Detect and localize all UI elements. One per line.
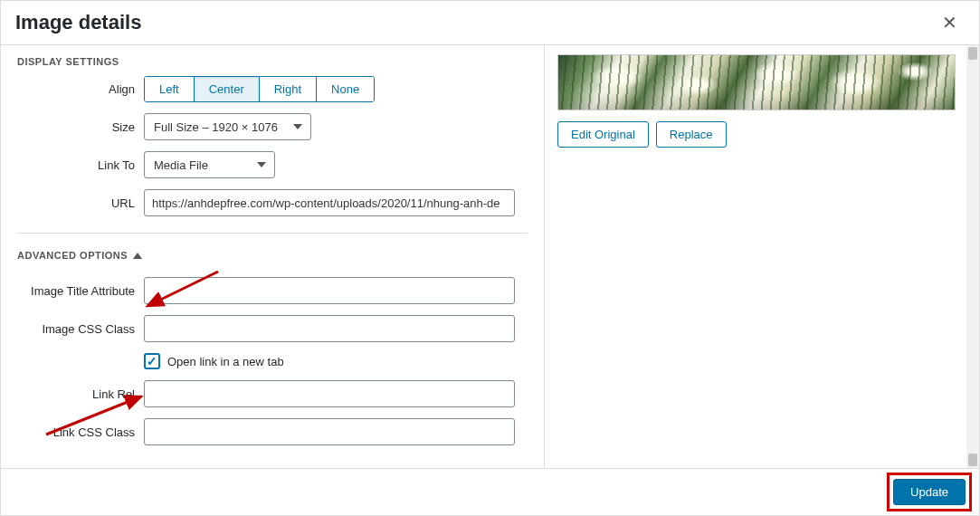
align-label: Align bbox=[17, 82, 144, 96]
align-left-button[interactable]: Left bbox=[145, 77, 195, 101]
title-attr-label: Image Title Attribute bbox=[17, 284, 144, 298]
link-rel-row: Link Rel bbox=[17, 380, 528, 407]
edit-original-button[interactable]: Edit Original bbox=[557, 121, 649, 148]
update-button[interactable]: Update bbox=[893, 479, 966, 505]
chevron-up-icon bbox=[133, 253, 142, 259]
modal-title: Image details bbox=[15, 11, 141, 34]
css-class-row: Image CSS Class bbox=[17, 315, 528, 342]
title-attr-row: Image Title Attribute bbox=[17, 277, 528, 304]
url-label: URL bbox=[17, 196, 144, 210]
modal-body: DISPLAY SETTINGS Align Left Center Right… bbox=[1, 45, 979, 468]
scroll-up-icon[interactable] bbox=[968, 47, 977, 60]
align-right-button[interactable]: Right bbox=[260, 77, 317, 101]
link-to-label: Link To bbox=[17, 158, 144, 172]
open-new-tab-row: Open link in a new tab bbox=[17, 353, 528, 369]
display-settings-heading: DISPLAY SETTINGS bbox=[17, 53, 528, 76]
advanced-options-toggle[interactable]: ADVANCED OPTIONS bbox=[17, 233, 528, 270]
size-select[interactable]: Full Size – 1920 × 1076 bbox=[144, 113, 311, 140]
align-none-button[interactable]: None bbox=[317, 77, 374, 101]
link-css-row: Link CSS Class bbox=[17, 418, 528, 445]
settings-column: DISPLAY SETTINGS Align Left Center Right… bbox=[1, 45, 545, 468]
preview-column: Edit Original Replace bbox=[545, 45, 979, 468]
size-label: Size bbox=[17, 120, 144, 134]
scrollbar-track[interactable] bbox=[966, 45, 979, 468]
advanced-options-heading: ADVANCED OPTIONS bbox=[17, 250, 128, 261]
size-row: Size Full Size – 1920 × 1076 bbox=[17, 113, 528, 140]
preview-actions: Edit Original Replace bbox=[557, 121, 966, 148]
link-css-input[interactable] bbox=[144, 418, 515, 445]
link-to-select[interactable]: Media File bbox=[144, 151, 275, 178]
image-preview bbox=[557, 54, 956, 110]
modal-footer: Update bbox=[1, 468, 979, 515]
align-center-button[interactable]: Center bbox=[195, 77, 260, 101]
modal-header: Image details ✕ bbox=[1, 1, 979, 45]
open-new-tab-checkbox[interactable] bbox=[144, 353, 160, 369]
url-input[interactable] bbox=[144, 189, 515, 216]
link-rel-label: Link Rel bbox=[17, 387, 144, 401]
update-highlight-box: Update bbox=[887, 473, 972, 511]
close-icon[interactable]: ✕ bbox=[935, 10, 965, 35]
image-details-modal: Image details ✕ DISPLAY SETTINGS Align L… bbox=[0, 0, 980, 516]
align-row: Align Left Center Right None bbox=[17, 76, 528, 102]
css-class-label: Image CSS Class bbox=[17, 322, 144, 336]
link-rel-input[interactable] bbox=[144, 380, 515, 407]
open-new-tab-label: Open link in a new tab bbox=[167, 355, 284, 368]
align-button-group: Left Center Right None bbox=[144, 76, 375, 102]
url-row: URL bbox=[17, 189, 528, 216]
link-css-label: Link CSS Class bbox=[17, 425, 144, 439]
css-class-input[interactable] bbox=[144, 315, 515, 342]
scroll-down-icon[interactable] bbox=[968, 454, 977, 466]
link-to-row: Link To Media File bbox=[17, 151, 528, 178]
title-attr-input[interactable] bbox=[144, 277, 515, 304]
replace-button[interactable]: Replace bbox=[656, 121, 727, 148]
